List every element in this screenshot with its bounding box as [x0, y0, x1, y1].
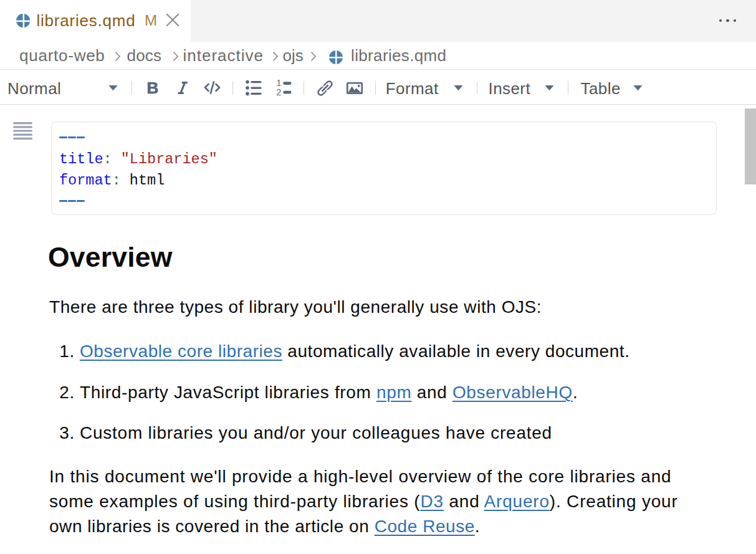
svg-text:1: 1	[277, 79, 282, 88]
svg-text:2: 2	[277, 87, 282, 97]
